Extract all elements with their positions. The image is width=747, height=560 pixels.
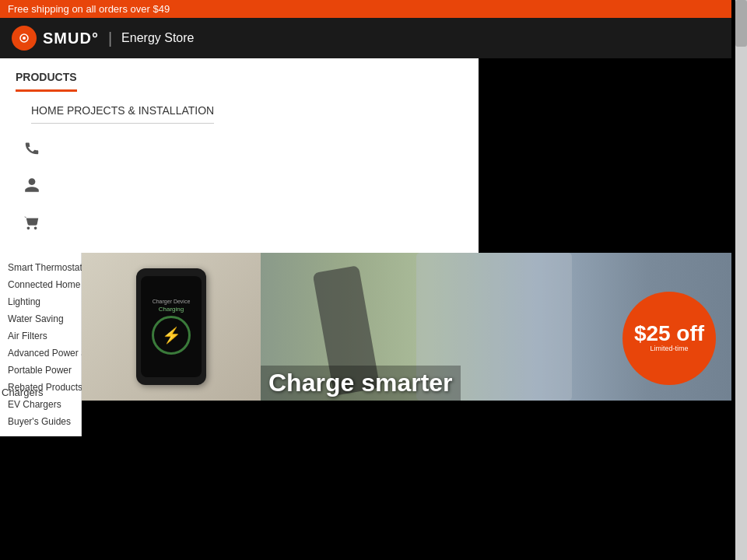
sidebar-item[interactable]: Buyer's Guides (0, 413, 81, 430)
cart-icon-item[interactable] (23, 214, 463, 236)
phone-screen: Charger Device Charging ⚡ (141, 276, 202, 377)
logo-circle-icon (12, 26, 37, 51)
hero-text: Charge smarter (261, 366, 461, 401)
right-black-area (479, 58, 731, 253)
logo[interactable]: SMUD° | Energy Store (12, 26, 194, 51)
badge-amount: $25 off (634, 323, 704, 345)
scrollbar-thumb[interactable] (735, 0, 747, 47)
sidebar-item[interactable]: Portable Power (0, 362, 81, 379)
discount-badge: $25 off Limited-time (622, 292, 716, 385)
tab-products[interactable]: PRODUCTS (16, 71, 77, 92)
charging-circle: ⚡ (152, 316, 191, 355)
logo-subtitle: Energy Store (121, 31, 194, 45)
phone-charger-device-label: Charger Device (153, 299, 191, 304)
nav-dropdown-area: PRODUCTS HOME PROJECTS & INSTALLATION (0, 58, 731, 253)
dropdown-panel: PRODUCTS HOME PROJECTS & INSTALLATION (0, 58, 479, 253)
phone-icon (23, 139, 40, 161)
phone-mockup: Charger Device Charging ⚡ (136, 268, 206, 385)
phone-overlay: Charger Device Charging ⚡ (82, 253, 261, 401)
cart-icon (23, 214, 40, 236)
scrollbar-track[interactable] (735, 0, 747, 560)
below-section: Smart ThermostatsConnected HomeLightingW… (0, 253, 731, 436)
phone-charging-status: Charging (159, 306, 184, 313)
hero-section: Charger Device Charging ⚡ (82, 253, 731, 401)
sidebar-item[interactable]: Water Saving (0, 310, 81, 327)
sidebar-item[interactable]: Air Filters (0, 327, 81, 345)
svg-point-2 (23, 37, 26, 40)
sidebar-item[interactable]: Smart Thermostats (0, 259, 81, 276)
user-icon-item[interactable] (23, 177, 463, 198)
user-icon (23, 177, 40, 198)
sidebar-item[interactable]: Connected Home (0, 276, 81, 293)
phone-icon-item[interactable] (23, 139, 463, 161)
sidebar-nav: Smart ThermostatsConnected HomeLightingW… (0, 253, 82, 436)
tab-home-projects[interactable]: HOME PROJECTS & INSTALLATION (31, 104, 214, 124)
sidebar-item[interactable]: Advanced Power Strips (0, 345, 81, 362)
lightning-icon: ⚡ (162, 326, 181, 345)
hero-image: Charger Device Charging ⚡ (82, 253, 731, 401)
logo-name: SMUD° (43, 30, 99, 47)
sidebar-item[interactable]: Lighting (0, 293, 81, 310)
header-icon-row (16, 139, 463, 236)
badge-label: Limited-time (650, 345, 688, 354)
free-shipping-banner: Free shipping on all orders over $49 (0, 0, 731, 18)
banner-text: Free shipping on all orders over $49 (8, 3, 170, 15)
site-header: SMUD° | Energy Store (0, 18, 731, 58)
sidebar-item[interactable]: EV Chargers (0, 396, 81, 413)
chargers-label: Chargers (2, 387, 43, 398)
logo-divider: | (108, 30, 112, 47)
